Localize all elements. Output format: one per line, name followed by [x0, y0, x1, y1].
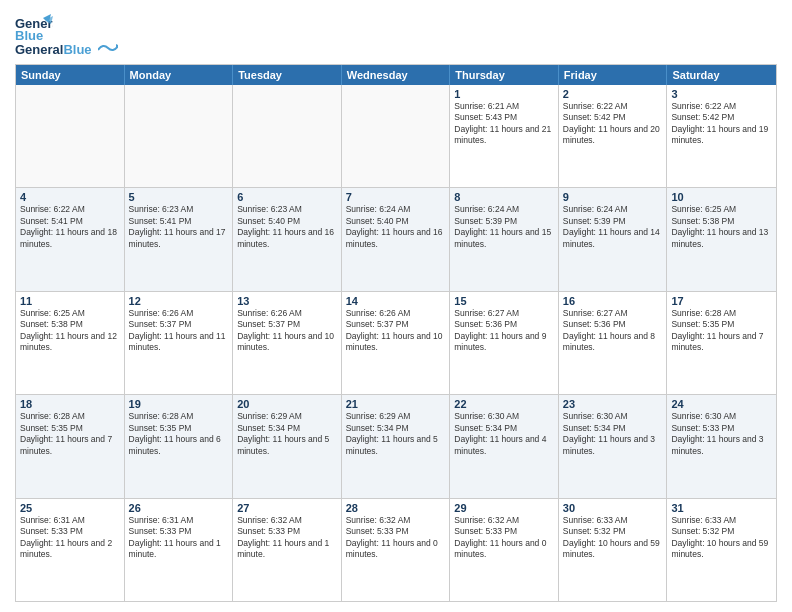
cell-info: Sunrise: 6:31 AMSunset: 5:33 PMDaylight:…: [129, 515, 229, 561]
day-number: 29: [454, 502, 554, 514]
day-cell-28: 28Sunrise: 6:32 AMSunset: 5:33 PMDayligh…: [342, 499, 451, 601]
cell-info: Sunrise: 6:29 AMSunset: 5:34 PMDaylight:…: [346, 411, 446, 457]
day-number: 16: [563, 295, 663, 307]
day-cell-12: 12Sunrise: 6:26 AMSunset: 5:37 PMDayligh…: [125, 292, 234, 394]
day-cell-2: 2Sunrise: 6:22 AMSunset: 5:42 PMDaylight…: [559, 85, 668, 187]
day-number: 28: [346, 502, 446, 514]
day-cell-31: 31Sunrise: 6:33 AMSunset: 5:32 PMDayligh…: [667, 499, 776, 601]
day-cell-27: 27Sunrise: 6:32 AMSunset: 5:33 PMDayligh…: [233, 499, 342, 601]
cell-info: Sunrise: 6:23 AMSunset: 5:41 PMDaylight:…: [129, 204, 229, 250]
cell-info: Sunrise: 6:32 AMSunset: 5:33 PMDaylight:…: [454, 515, 554, 561]
day-cell-1: 1Sunrise: 6:21 AMSunset: 5:43 PMDaylight…: [450, 85, 559, 187]
day-cell-4: 4Sunrise: 6:22 AMSunset: 5:41 PMDaylight…: [16, 188, 125, 290]
day-number: 10: [671, 191, 772, 203]
day-number: 6: [237, 191, 337, 203]
empty-cell: [342, 85, 451, 187]
weekday-header-wednesday: Wednesday: [342, 65, 451, 85]
day-number: 30: [563, 502, 663, 514]
cell-info: Sunrise: 6:28 AMSunset: 5:35 PMDaylight:…: [20, 411, 120, 457]
day-cell-7: 7Sunrise: 6:24 AMSunset: 5:40 PMDaylight…: [342, 188, 451, 290]
day-cell-9: 9Sunrise: 6:24 AMSunset: 5:39 PMDaylight…: [559, 188, 668, 290]
day-cell-30: 30Sunrise: 6:33 AMSunset: 5:32 PMDayligh…: [559, 499, 668, 601]
logo-bird-icon: [98, 43, 118, 57]
day-cell-11: 11Sunrise: 6:25 AMSunset: 5:38 PMDayligh…: [16, 292, 125, 394]
weekday-header-sunday: Sunday: [16, 65, 125, 85]
cell-info: Sunrise: 6:33 AMSunset: 5:32 PMDaylight:…: [563, 515, 663, 561]
cell-info: Sunrise: 6:27 AMSunset: 5:36 PMDaylight:…: [454, 308, 554, 354]
cell-info: Sunrise: 6:30 AMSunset: 5:34 PMDaylight:…: [454, 411, 554, 457]
cell-info: Sunrise: 6:25 AMSunset: 5:38 PMDaylight:…: [20, 308, 120, 354]
day-cell-17: 17Sunrise: 6:28 AMSunset: 5:35 PMDayligh…: [667, 292, 776, 394]
day-number: 17: [671, 295, 772, 307]
day-cell-18: 18Sunrise: 6:28 AMSunset: 5:35 PMDayligh…: [16, 395, 125, 497]
day-number: 9: [563, 191, 663, 203]
day-number: 19: [129, 398, 229, 410]
svg-text:Blue: Blue: [15, 28, 43, 43]
weekday-header-monday: Monday: [125, 65, 234, 85]
cell-info: Sunrise: 6:32 AMSunset: 5:33 PMDaylight:…: [346, 515, 446, 561]
cell-info: Sunrise: 6:24 AMSunset: 5:39 PMDaylight:…: [563, 204, 663, 250]
header: General Blue GeneralBlue: [15, 10, 777, 58]
day-number: 24: [671, 398, 772, 410]
calendar: SundayMondayTuesdayWednesdayThursdayFrid…: [15, 64, 777, 602]
cell-info: Sunrise: 6:23 AMSunset: 5:40 PMDaylight:…: [237, 204, 337, 250]
weekday-header-tuesday: Tuesday: [233, 65, 342, 85]
day-number: 15: [454, 295, 554, 307]
calendar-body: 1Sunrise: 6:21 AMSunset: 5:43 PMDaylight…: [16, 85, 776, 601]
day-cell-21: 21Sunrise: 6:29 AMSunset: 5:34 PMDayligh…: [342, 395, 451, 497]
empty-cell: [233, 85, 342, 187]
weekday-header-friday: Friday: [559, 65, 668, 85]
cell-info: Sunrise: 6:22 AMSunset: 5:42 PMDaylight:…: [563, 101, 663, 147]
day-cell-14: 14Sunrise: 6:26 AMSunset: 5:37 PMDayligh…: [342, 292, 451, 394]
day-number: 14: [346, 295, 446, 307]
day-number: 1: [454, 88, 554, 100]
cell-info: Sunrise: 6:26 AMSunset: 5:37 PMDaylight:…: [237, 308, 337, 354]
day-cell-22: 22Sunrise: 6:30 AMSunset: 5:34 PMDayligh…: [450, 395, 559, 497]
calendar-row-1: 4Sunrise: 6:22 AMSunset: 5:41 PMDaylight…: [16, 187, 776, 290]
day-cell-25: 25Sunrise: 6:31 AMSunset: 5:33 PMDayligh…: [16, 499, 125, 601]
cell-info: Sunrise: 6:28 AMSunset: 5:35 PMDaylight:…: [129, 411, 229, 457]
day-cell-10: 10Sunrise: 6:25 AMSunset: 5:38 PMDayligh…: [667, 188, 776, 290]
weekday-header-saturday: Saturday: [667, 65, 776, 85]
day-cell-20: 20Sunrise: 6:29 AMSunset: 5:34 PMDayligh…: [233, 395, 342, 497]
calendar-row-4: 25Sunrise: 6:31 AMSunset: 5:33 PMDayligh…: [16, 498, 776, 601]
day-cell-29: 29Sunrise: 6:32 AMSunset: 5:33 PMDayligh…: [450, 499, 559, 601]
calendar-row-2: 11Sunrise: 6:25 AMSunset: 5:38 PMDayligh…: [16, 291, 776, 394]
day-cell-13: 13Sunrise: 6:26 AMSunset: 5:37 PMDayligh…: [233, 292, 342, 394]
weekday-header-thursday: Thursday: [450, 65, 559, 85]
day-cell-8: 8Sunrise: 6:24 AMSunset: 5:39 PMDaylight…: [450, 188, 559, 290]
cell-info: Sunrise: 6:32 AMSunset: 5:33 PMDaylight:…: [237, 515, 337, 561]
cell-info: Sunrise: 6:24 AMSunset: 5:39 PMDaylight:…: [454, 204, 554, 250]
logo: General Blue GeneralBlue: [15, 10, 118, 58]
empty-cell: [16, 85, 125, 187]
cell-info: Sunrise: 6:26 AMSunset: 5:37 PMDaylight:…: [346, 308, 446, 354]
empty-cell: [125, 85, 234, 187]
day-number: 26: [129, 502, 229, 514]
cell-info: Sunrise: 6:25 AMSunset: 5:38 PMDaylight:…: [671, 204, 772, 250]
day-number: 11: [20, 295, 120, 307]
day-number: 3: [671, 88, 772, 100]
cell-info: Sunrise: 6:28 AMSunset: 5:35 PMDaylight:…: [671, 308, 772, 354]
calendar-row-3: 18Sunrise: 6:28 AMSunset: 5:35 PMDayligh…: [16, 394, 776, 497]
day-number: 13: [237, 295, 337, 307]
calendar-header: SundayMondayTuesdayWednesdayThursdayFrid…: [16, 65, 776, 85]
day-number: 7: [346, 191, 446, 203]
day-number: 27: [237, 502, 337, 514]
day-number: 18: [20, 398, 120, 410]
cell-info: Sunrise: 6:33 AMSunset: 5:32 PMDaylight:…: [671, 515, 772, 561]
day-number: 5: [129, 191, 229, 203]
day-cell-15: 15Sunrise: 6:27 AMSunset: 5:36 PMDayligh…: [450, 292, 559, 394]
day-number: 4: [20, 191, 120, 203]
day-cell-24: 24Sunrise: 6:30 AMSunset: 5:33 PMDayligh…: [667, 395, 776, 497]
day-number: 12: [129, 295, 229, 307]
day-cell-19: 19Sunrise: 6:28 AMSunset: 5:35 PMDayligh…: [125, 395, 234, 497]
day-cell-23: 23Sunrise: 6:30 AMSunset: 5:34 PMDayligh…: [559, 395, 668, 497]
day-number: 31: [671, 502, 772, 514]
day-number: 22: [454, 398, 554, 410]
cell-info: Sunrise: 6:24 AMSunset: 5:40 PMDaylight:…: [346, 204, 446, 250]
page: General Blue GeneralBlue Sun: [0, 0, 792, 612]
cell-info: Sunrise: 6:21 AMSunset: 5:43 PMDaylight:…: [454, 101, 554, 147]
day-cell-3: 3Sunrise: 6:22 AMSunset: 5:42 PMDaylight…: [667, 85, 776, 187]
day-number: 8: [454, 191, 554, 203]
day-number: 25: [20, 502, 120, 514]
